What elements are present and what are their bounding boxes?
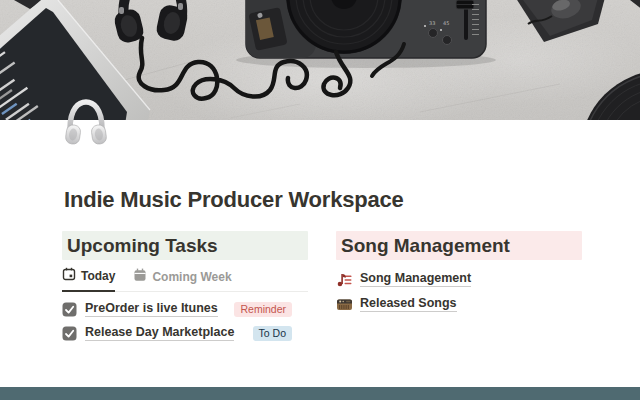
tab-today[interactable]: Today (62, 267, 115, 292)
tasks-tabs: Today Coming Week (62, 268, 308, 292)
calendar-filled-icon (133, 268, 147, 286)
radio-icon (336, 296, 353, 313)
silver-headphones-icon (61, 97, 111, 149)
tab-coming-week[interactable]: Coming Week (133, 268, 231, 291)
music-playlist-icon (336, 271, 353, 288)
calendar-outline-icon (62, 267, 76, 285)
task-link[interactable]: Release Day Marketplace (85, 325, 234, 341)
page-link-label[interactable]: Song Management (360, 271, 471, 287)
checked-checkbox-icon[interactable] (62, 326, 77, 341)
turntable: 33 45 (236, 0, 496, 68)
song-management-header: Song Management (336, 231, 582, 260)
page-link-song-management[interactable]: Song Management (336, 270, 582, 288)
song-management-section: Song Management Song Management (336, 231, 582, 313)
upcoming-tasks-header: Upcoming Tasks (62, 231, 308, 260)
svg-text:45: 45 (443, 20, 449, 26)
page-link-released-songs[interactable]: Released Songs (336, 295, 582, 313)
task-row: PreOrder is live Itunes Reminder (62, 300, 308, 318)
status-badge: To Do (253, 326, 292, 341)
task-link[interactable]: PreOrder is live Itunes (85, 301, 218, 317)
svg-text:33: 33 (429, 20, 435, 26)
upcoming-tasks-section: Upcoming Tasks Today (62, 231, 308, 342)
page-icon-headphones[interactable] (61, 97, 111, 149)
checked-checkbox-icon[interactable] (62, 302, 77, 317)
tab-today-label: Today (81, 269, 115, 283)
tab-coming-week-label: Coming Week (152, 270, 231, 284)
page-title: Indie Music Producer Workspace (64, 187, 404, 213)
task-row: Release Day Marketplace To Do (62, 324, 308, 342)
status-badge: Reminder (234, 302, 292, 317)
page-link-label[interactable]: Released Songs (360, 296, 457, 312)
footer-bar (0, 387, 640, 400)
